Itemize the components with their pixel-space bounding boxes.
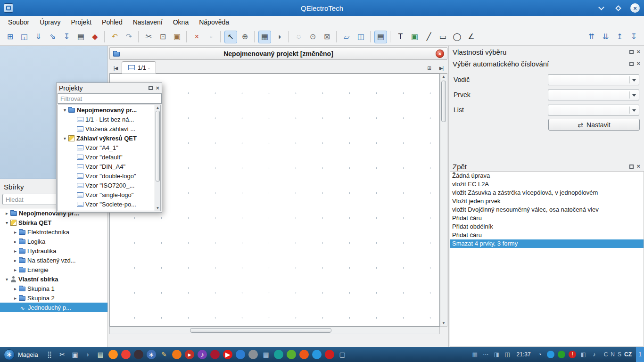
bring-front-button[interactable]: ↥ [613,31,626,43]
undo-item[interactable]: Žádná úprava [450,172,644,180]
tree-item[interactable]: 1/1 - List bez ná... [58,115,155,124]
undo-button[interactable]: ↶ [108,31,121,43]
tree-item[interactable]: Vzor "single-logo" [58,190,155,199]
horizontal-scrollbar-thumb[interactable] [190,328,331,333]
redo-button[interactable]: ↷ [123,31,135,43]
menu-item[interactable]: Okna [169,16,192,28]
scroll-down-icon[interactable]: ▼ [155,206,160,210]
pan-mode-button[interactable]: ⊕ [239,31,251,43]
dock-close-icon[interactable]: × [636,164,640,169]
tree-item[interactable]: ▸ Logika [0,237,107,246]
file-manager[interactable]: ▦ [260,348,272,361]
tray-device[interactable]: ◨ [491,348,502,361]
tree-item[interactable]: Vzor "double-logo" [58,171,155,181]
document-titlebar[interactable]: Nepojmenovaný projekt [změněno] × [109,47,447,60]
keyboard-indicator[interactable]: C [604,351,608,358]
expander-icon[interactable]: ▸ [12,296,18,301]
tree-item[interactable]: ▸ Elektrotechnika [0,227,107,237]
tray-message[interactable] [545,348,556,361]
drop-app[interactable] [311,348,323,361]
add-diagram-button[interactable]: ⊞ [423,63,435,73]
tree-item[interactable]: Vložená záhlaví ... [58,124,155,133]
expander-icon[interactable]: ▾ [4,277,10,282]
screenshot[interactable]: ▣ [69,348,82,361]
klipper[interactable]: ✂ [56,348,69,361]
vodic-select[interactable] [548,74,639,85]
menu-item[interactable]: Pohled [98,16,126,28]
tray-more[interactable]: ⋯ [480,348,491,361]
scroll-up-icon[interactable]: ▲ [155,106,160,110]
expander-icon[interactable]: ▸ [12,239,18,244]
expander-icon[interactable]: ▸ [12,248,18,254]
application-launcher[interactable]: ∗ Mageia [1,347,43,362]
tree-item[interactable]: Vzor "default" [58,152,155,162]
blue-app[interactable] [234,348,247,361]
tree-item[interactable]: Vzor "A4_1" [58,143,155,152]
dock-float-icon[interactable] [629,165,634,169]
vertical-scrollbar[interactable]: ▲ ▼ [440,74,447,327]
cascade-windows-button[interactable]: ▱ [340,31,353,43]
duplicate-button[interactable]: ▫ [205,31,217,43]
tree-item[interactable]: Vzor "ISO7200_... [58,181,155,190]
green-app[interactable] [285,348,298,361]
undo-item[interactable]: Přidat obdélník [450,222,644,231]
scroll-down-icon[interactable]: ▼ [440,321,447,326]
expander-icon[interactable]: ▸ [12,267,18,272]
prvek-select[interactable] [548,90,639,100]
red-app[interactable] [323,348,336,361]
dock-close-icon[interactable]: × [636,49,640,54]
undo-item[interactable]: vložit Zásuvka a zástrčka vícepólová, v … [450,189,644,197]
tree-item[interactable]: ▸ Na stlačený vzd... [0,255,107,265]
tree-item[interactable]: Vzor "Societe-po... [58,199,155,209]
open-project-button[interactable]: ◱ [18,31,31,43]
minimize-button[interactable] [596,3,606,13]
last-tab-button[interactable]: ▶| [435,63,447,73]
expander-icon[interactable]: ▸ [4,211,10,216]
projects-tree-scrollbar[interactable]: ▲ ▼ [155,105,160,211]
keyboard-indicator[interactable]: CZ [624,351,632,358]
notes[interactable]: ▤ [94,348,107,361]
gray-app[interactable] [247,348,260,361]
nastavit-button[interactable]: ⇄ Nastavit [548,119,640,131]
tree-item[interactable]: ▸ Hydraulika [0,246,107,255]
save-button[interactable]: ⇓ [32,31,45,43]
tree-item[interactable]: Vzor "DIN_A4" [58,162,155,171]
tree-item[interactable]: ▾ Sbírka QET [0,218,107,227]
document-close-button[interactable]: × [436,49,444,58]
save-diagram-button[interactable]: ↧ [60,31,73,43]
first-tab-button[interactable]: |◀ [109,63,122,73]
add-image-button[interactable]: ▣ [408,31,421,43]
app-grid[interactable]: ⣿ [43,348,56,361]
horizontal-scrollbar[interactable] [109,327,440,334]
flame-app[interactable] [298,348,311,361]
tree-item[interactable]: ▾ Nepojmenovaný pr... [58,105,155,115]
projects-panel-header[interactable]: Projekty × [57,83,162,93]
maximize-button[interactable] [613,3,623,13]
dock-close-icon[interactable]: × [156,86,159,90]
scroll-up-icon[interactable]: ▲ [440,74,447,80]
tree-item[interactable]: ▾ Záhlaví výkresů QET [58,133,155,143]
dark-app[interactable] [132,348,145,361]
teal-app[interactable] [272,348,285,361]
firefox[interactable] [107,348,120,361]
tree-item[interactable]: ▾ Vlastní sbírka [0,274,107,284]
keyboard-indicator[interactable]: N [611,351,615,358]
dock-float-icon[interactable] [629,50,634,54]
media-app[interactable]: ▸ [183,348,196,361]
music-app[interactable]: ♪ [196,348,209,361]
expander-icon[interactable]: ▾ [62,107,68,113]
undo-item[interactable]: Přidat čáru [450,214,644,222]
tray-display[interactable]: ◫ [502,348,513,361]
menu-item[interactable]: Nápověda [195,16,233,28]
menu-item[interactable]: Nastavení [129,16,166,28]
tree-item[interactable]: ▸ Skupina 1 [0,284,107,293]
tile-windows-button[interactable]: ◫ [355,31,367,43]
tray-network[interactable]: ◧ [578,348,589,361]
expander-icon[interactable]: ▸ [12,230,18,235]
save-as-button[interactable]: ⇘ [46,31,59,43]
print-button[interactable]: ▤ [74,31,87,43]
show-grid-button[interactable]: ▦ [258,31,271,43]
orange-app[interactable] [171,348,183,361]
tray-alert[interactable]: ! [567,348,578,361]
tray-update[interactable] [556,348,567,361]
